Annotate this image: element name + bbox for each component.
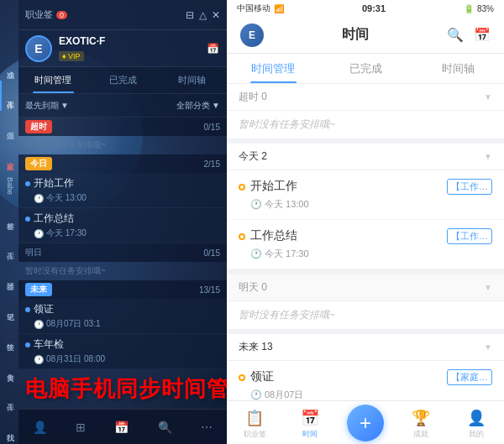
app-title: 职业签 xyxy=(25,8,53,21)
right-tomorrow-title: 明天 0 xyxy=(239,280,267,295)
overdue-empty-text: 暂时没有任务安排哦~ xyxy=(18,136,227,154)
task-dot xyxy=(25,342,30,347)
right-tabs: 时间管理 已完成 时间轴 xyxy=(227,54,504,84)
future-count: 13/15 xyxy=(199,285,220,295)
sort-filter[interactable]: 最先到期 ▼ xyxy=(25,100,69,112)
profile-info: EXOTIC·F ♦ VIP xyxy=(59,35,198,62)
right-task-work-summary[interactable]: 工作总结 【工作… 🕐 今天 17:30 xyxy=(227,220,504,269)
category-label: 全部分类 xyxy=(176,100,210,112)
app-title-area: 职业签 0 xyxy=(25,8,67,21)
task-indicator xyxy=(239,184,245,191)
clock-icon: 🕐 xyxy=(34,194,44,203)
me-icon: 👤 xyxy=(467,409,486,427)
sidebar-item-note[interactable]: 笔记 xyxy=(0,292,18,322)
sidebar-item-food[interactable]: 美食 xyxy=(0,353,18,383)
add-button[interactable]: + xyxy=(347,405,384,441)
clock-icon-small: 🕐 xyxy=(250,389,262,400)
right-panel: 中国移动 📶 09:31 🔋 83% E 时间 🔍 📅 时间管理 已完成 时间轴 xyxy=(227,0,504,444)
right-future-arrow: ▼ xyxy=(484,342,492,352)
right-content: 超时 0 ▼ 暂时没有任务安排哦~ 今天 2 ▼ 开始工作 【工作… xyxy=(227,84,504,444)
status-left: 中国移动 📶 xyxy=(237,3,284,14)
sidebar-item-family[interactable]: 家庭 xyxy=(0,141,18,171)
right-tomorrow-empty: 暂时没有任务安排哦~ xyxy=(227,301,504,329)
right-nav-career[interactable]: 📋 职业签 xyxy=(227,405,282,440)
sidebar-item-group[interactable]: 团签 xyxy=(0,262,18,292)
right-task-tag: 【工作… xyxy=(447,228,492,244)
sidebar-item-label[interactable]: 标签 xyxy=(0,201,18,232)
left-nav-time[interactable]: 📅 xyxy=(114,420,129,434)
search-button[interactable]: 🔍 xyxy=(447,27,464,43)
task-dot xyxy=(25,217,30,222)
section-overdue-header: 超时 0/15 xyxy=(18,118,227,136)
left-nav-grid[interactable]: ⊞ xyxy=(76,420,86,434)
left-main-content: 职业签 0 ⊟ △ ✕ E EXOTIC·F ♦ VIP 📅 时间管理 xyxy=(18,0,227,444)
task-get-cert[interactable]: 领证 🕐 08月07日 03:1 xyxy=(18,299,227,334)
sidebar-item-work3[interactable]: 工作 xyxy=(0,383,18,413)
left-nav-search[interactable]: 🔍 xyxy=(158,420,172,434)
right-today-header[interactable]: 今天 2 ▼ xyxy=(227,144,504,170)
right-tomorrow-header[interactable]: 明天 0 ▼ xyxy=(227,274,504,301)
left-tabs: 时间管理 已完成 时间轴 xyxy=(18,67,227,94)
right-tab-time-management[interactable]: 时间管理 xyxy=(227,54,319,83)
task-kaishi-work[interactable]: 开始工作 🕐 今天 13:00 xyxy=(18,173,227,208)
right-tab-timeline[interactable]: 时间轴 xyxy=(412,54,504,83)
right-avatar: E xyxy=(240,24,264,47)
right-nav-add[interactable]: + xyxy=(338,401,393,445)
right-nav-me[interactable]: 👤 我的 xyxy=(449,405,504,440)
right-today-title: 今天 2 xyxy=(239,149,267,164)
sidebar-item-babe[interactable]: Babe xyxy=(0,171,18,201)
sidebar-item-speed[interactable]: 快签 xyxy=(0,322,18,353)
right-title: 时间 xyxy=(342,26,369,44)
tab-time-management[interactable]: 时间管理 xyxy=(18,67,88,93)
right-header: E 时间 🔍 📅 xyxy=(227,17,504,54)
maximize-icon[interactable]: △ xyxy=(199,9,207,21)
status-right: 🔋 83% xyxy=(464,4,494,13)
right-tab-completed[interactable]: 已完成 xyxy=(319,54,412,83)
category-arrow: ▼ xyxy=(212,101,220,110)
profile-vip-badge: ♦ VIP xyxy=(59,51,84,61)
calendar-button[interactable]: 📅 xyxy=(474,27,491,43)
tab-timeline[interactable]: 时间轴 xyxy=(157,67,227,93)
sidebar-item-clean[interactable]: 净成功 xyxy=(0,50,18,81)
sort-arrow: ▼ xyxy=(60,101,69,110)
task-car-inspection[interactable]: 车年检 🕐 08月31日 08:00 xyxy=(18,334,227,369)
task-name-text: 车年检 xyxy=(34,337,64,352)
time-icon: 📅 xyxy=(114,420,129,434)
right-nav-achievement[interactable]: 🏆 成就 xyxy=(393,405,449,440)
right-overdue-header[interactable]: 超时 0 ▼ xyxy=(227,84,504,111)
left-bottom-nav: 👤 ⊞ 📅 🔍 ⋯ xyxy=(18,409,227,444)
task-name-text: 开始工作 xyxy=(34,176,74,191)
right-overdue-arrow: ▼ xyxy=(484,92,492,102)
left-nav-more[interactable]: ⋯ xyxy=(201,420,213,434)
left-topbar: 职业签 0 ⊟ △ ✕ xyxy=(18,0,227,30)
right-task-start-work[interactable]: 开始工作 【工作… 🕐 今天 13:00 xyxy=(227,170,504,220)
task-time-text: 08月31日 08:00 xyxy=(46,353,105,365)
right-section-overdue: 超时 0 ▼ 暂时没有任务安排哦~ xyxy=(227,84,504,138)
task-work-summary[interactable]: 工作总结 🕐 今天 17:30 xyxy=(18,208,227,243)
minimize-icon[interactable]: ⊟ xyxy=(186,9,194,21)
close-icon[interactable]: ✕ xyxy=(212,9,220,21)
right-nav-time[interactable]: 📅 时间 xyxy=(282,405,338,440)
more-icon: ⋯ xyxy=(201,420,213,434)
achievement-icon: 🏆 xyxy=(412,409,430,427)
filter-bar: 最先到期 ▼ 全部分类 ▼ xyxy=(18,94,227,118)
task-time-val: 今天 17:30 xyxy=(265,248,309,260)
right-future-header[interactable]: 未来 13 ▼ xyxy=(227,334,504,361)
task-time-text: 08月07日 03:1 xyxy=(46,318,101,330)
sidebar-item-work[interactable]: 工作 xyxy=(0,81,18,111)
right-header-icons: 🔍 📅 xyxy=(447,27,491,43)
sidebar-item-work2[interactable]: 工作 xyxy=(0,232,18,262)
search-icon: 🔍 xyxy=(158,420,172,434)
category-filter[interactable]: 全部分类 ▼ xyxy=(176,100,220,112)
sidebar-item-me[interactable]: 我找 xyxy=(0,413,18,443)
battery-icon: 🔋 xyxy=(464,4,474,13)
tab-completed[interactable]: 已完成 xyxy=(88,67,158,93)
today-badge: 今日 xyxy=(25,157,52,170)
right-section-tomorrow: 明天 0 ▼ 暂时没有任务安排哦~ xyxy=(227,274,504,329)
clock-icon: 🕐 xyxy=(34,355,44,364)
clock-icon-small: 🕐 xyxy=(250,199,262,210)
career-label: 职业签 xyxy=(244,429,266,440)
left-nav-profile[interactable]: 👤 xyxy=(33,420,47,434)
calendar-icon[interactable]: 📅 xyxy=(205,41,220,56)
sidebar-item-personal[interactable]: 但愿 xyxy=(0,111,18,141)
